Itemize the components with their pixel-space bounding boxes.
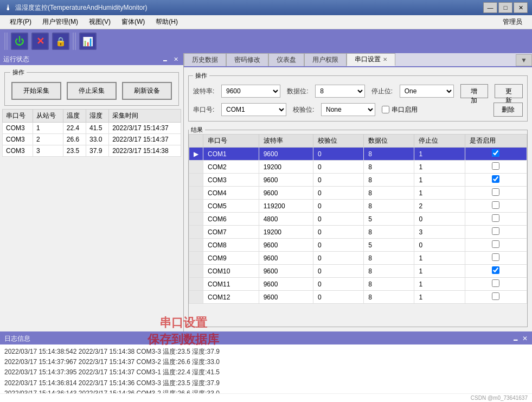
- enable-checkbox-label[interactable]: 串口启用: [382, 105, 418, 114]
- results-row[interactable]: COM2 19200 0 8 1: [189, 161, 527, 174]
- enabled-checkbox[interactable]: [492, 279, 499, 287]
- lock-button[interactable]: 🔒: [52, 33, 69, 50]
- stop-bits-select[interactable]: One Two OnePointFive: [400, 85, 454, 98]
- table-row[interactable]: COM3 3 23.5 37.9 2022/3/17 15:14:38: [3, 145, 181, 157]
- title-bar-left: 🌡 温湿度监控(TemperatureAndHumidityMonitor): [4, 3, 147, 12]
- cell-station: 2: [33, 134, 63, 145]
- enabled-checkbox[interactable]: [492, 175, 499, 183]
- col-r-parity: 校验位: [313, 135, 363, 148]
- port-select[interactable]: COM1 COM2 COM3 COM4 COM5 COM6 COM7 COM8 …: [221, 103, 286, 116]
- tab-user-perms[interactable]: 用户权限: [304, 53, 347, 66]
- results-row[interactable]: COM5 119200 0 8 2: [189, 200, 527, 213]
- chart-icon: 📊: [82, 36, 93, 47]
- log-header: 日志信息 🗕 ✕: [0, 333, 532, 344]
- enable-checkbox[interactable]: [382, 106, 389, 113]
- delete-button[interactable]: 删除: [493, 103, 523, 117]
- cell-r-enabled[interactable]: [465, 278, 527, 291]
- tab-menu-button[interactable]: ▼: [516, 54, 532, 66]
- enabled-checkbox[interactable]: [492, 227, 499, 235]
- add-button[interactable]: 增加: [460, 84, 489, 98]
- cell-station: 1: [33, 123, 63, 134]
- stop-collect-button[interactable]: 停止采集: [67, 82, 117, 100]
- tab-history[interactable]: 历史数据: [184, 53, 226, 66]
- results-row[interactable]: COM10 9600 0 8 1: [189, 265, 527, 278]
- refresh-device-button[interactable]: 刷新设备: [122, 82, 172, 100]
- start-collect-button[interactable]: 开始采集: [11, 82, 61, 100]
- enabled-checkbox[interactable]: [492, 240, 499, 248]
- menu-program[interactable]: 程序(P): [4, 16, 37, 28]
- chart-button[interactable]: 📊: [79, 33, 97, 50]
- cell-r-enabled[interactable]: [465, 213, 527, 226]
- results-group: 结果 串口号 波特率 校验位 数据位 停止位 是否启用: [188, 126, 528, 327]
- table-row[interactable]: COM3 2 26.6 33.0 2022/3/17 15:14:37: [3, 134, 181, 145]
- left-panel-close[interactable]: ✕: [172, 56, 180, 63]
- cell-r-data: 8: [364, 187, 414, 200]
- cell-r-enabled[interactable]: [465, 174, 527, 187]
- menu-view[interactable]: 视图(V): [84, 16, 116, 28]
- power-button[interactable]: ⏻: [11, 33, 28, 50]
- cell-r-parity: 0: [313, 291, 363, 304]
- menu-user-manage[interactable]: 用户管理(M): [37, 16, 84, 28]
- cell-r-enabled[interactable]: [465, 148, 527, 161]
- baud-rate-select[interactable]: 9600 19200 38400 57600 115200 4800 11920…: [221, 85, 280, 98]
- menu-help[interactable]: 帮助(H): [150, 16, 183, 28]
- results-row[interactable]: COM11 9600 0 8 1: [189, 278, 527, 291]
- results-label: 结果: [189, 126, 205, 134]
- log-pin[interactable]: 🗕: [512, 335, 519, 342]
- data-bits-select[interactable]: 8 7 6 5: [315, 85, 364, 98]
- port-label: 串口号:: [193, 105, 215, 114]
- results-row[interactable]: COM9 9600 0 8 1: [189, 252, 527, 265]
- stop-button[interactable]: ✕: [31, 33, 49, 50]
- enabled-checkbox[interactable]: [492, 292, 499, 300]
- results-row[interactable]: ▶ COM1 9600 0 8 1: [189, 148, 527, 161]
- tab-serial-settings[interactable]: 串口设置 ✕: [347, 53, 395, 66]
- log-close[interactable]: ✕: [522, 335, 528, 342]
- enable-label: 串口启用: [392, 105, 418, 114]
- cell-r-enabled[interactable]: [465, 239, 527, 252]
- tab-password[interactable]: 密码修改: [226, 53, 268, 66]
- cell-r-enabled[interactable]: [465, 200, 527, 213]
- cell-r-enabled[interactable]: [465, 187, 527, 200]
- results-table-container[interactable]: 串口号 波特率 校验位 数据位 停止位 是否启用 ▶ COM1 9600 0: [189, 134, 527, 327]
- cell-indicator: [189, 239, 203, 252]
- menu-window[interactable]: 窗体(W): [116, 16, 150, 28]
- app-icon: 🌡: [4, 3, 12, 12]
- enabled-checkbox[interactable]: [492, 266, 499, 274]
- enabled-checkbox[interactable]: [492, 201, 499, 209]
- enabled-checkbox[interactable]: [492, 214, 499, 222]
- update-button[interactable]: 更新: [495, 84, 523, 98]
- table-row[interactable]: COM3 1 22.4 41.5 2022/3/17 15:14:37: [3, 123, 181, 134]
- enabled-checkbox[interactable]: [492, 162, 499, 170]
- results-row[interactable]: COM12 9600 0 8 1: [189, 291, 527, 304]
- admin-label: 管理员: [503, 17, 528, 27]
- enabled-checkbox[interactable]: [492, 188, 499, 196]
- tab-history-label: 历史数据: [192, 55, 218, 65]
- stop-bits-label: 停止位:: [371, 87, 393, 96]
- operations-label: 操作: [10, 68, 27, 76]
- cell-r-enabled[interactable]: [465, 226, 527, 239]
- cell-r-enabled[interactable]: [465, 252, 527, 265]
- enabled-checkbox[interactable]: [492, 149, 499, 157]
- results-row[interactable]: COM7 19200 0 8 3: [189, 226, 527, 239]
- cell-r-enabled[interactable]: [465, 291, 527, 304]
- app-title: 温湿度监控(TemperatureAndHumidityMonitor): [15, 3, 147, 12]
- results-row[interactable]: COM4 9600 0 8 1: [189, 187, 527, 200]
- tab-close-icon[interactable]: ✕: [383, 56, 387, 62]
- col-time: 采集时间: [109, 110, 181, 123]
- tab-dashboard[interactable]: 仪表盘: [268, 53, 304, 66]
- cell-indicator: [189, 161, 203, 174]
- tab-serial-label: 串口设置: [355, 55, 381, 64]
- left-panel-controls: 🗕 ✕: [161, 56, 180, 63]
- cell-r-enabled[interactable]: [465, 265, 527, 278]
- close-button[interactable]: ✕: [514, 2, 528, 13]
- cell-station: 3: [33, 145, 63, 157]
- left-panel-pin[interactable]: 🗕: [161, 56, 170, 63]
- minimize-button[interactable]: —: [483, 2, 497, 13]
- maximize-button[interactable]: □: [498, 2, 512, 13]
- results-row[interactable]: COM8 9600 0 5 0: [189, 239, 527, 252]
- parity-select[interactable]: None Odd Even Mark Space: [321, 103, 375, 116]
- results-row[interactable]: COM6 4800 0 5 0: [189, 213, 527, 226]
- enabled-checkbox[interactable]: [492, 253, 499, 261]
- cell-r-enabled[interactable]: [465, 161, 527, 174]
- results-row[interactable]: COM3 9600 0 8 1: [189, 174, 527, 187]
